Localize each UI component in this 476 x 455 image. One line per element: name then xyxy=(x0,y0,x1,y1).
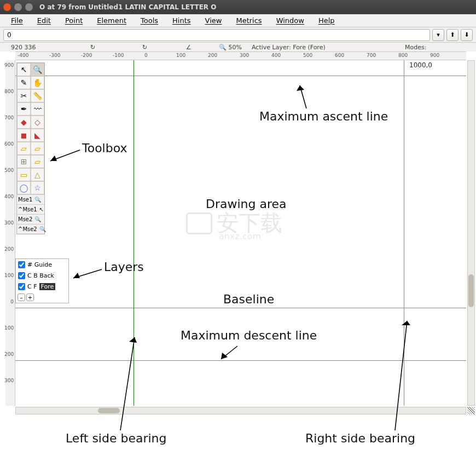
glyph-text-input[interactable] xyxy=(3,29,430,41)
rotate-tool-icon[interactable]: ▱ xyxy=(31,142,44,155)
ruler-tick: 400 xyxy=(271,53,281,58)
vertical-scrollbar[interactable] xyxy=(467,60,475,406)
wordlist-dropdown-button[interactable]: ▾ xyxy=(432,29,444,41)
glyph-text-row: ▾ ⬆ ⬇ xyxy=(0,27,476,43)
magnify-tool-icon[interactable]: 🔍 xyxy=(31,63,44,76)
hvcurve-point-icon[interactable]: ◇ xyxy=(31,116,44,129)
rect-tool-icon[interactable]: ▭ xyxy=(17,168,31,181)
menu-hints[interactable]: Hints xyxy=(166,15,198,26)
back-visible-checkbox[interactable] xyxy=(18,272,25,279)
ruler-tick: 200 xyxy=(208,53,217,58)
menubar: File Edit Point Element Tools Hints View… xyxy=(0,14,476,27)
ellipse-tool-icon[interactable]: ◯ xyxy=(17,181,31,194)
ruler-tick: 300 xyxy=(240,53,249,58)
mse2c-label: ^Mse2 🔍 xyxy=(17,224,44,234)
minimize-icon[interactable] xyxy=(14,3,22,11)
ruler-tick: -300 xyxy=(49,53,60,58)
zoom-level: 🔍 50% xyxy=(219,44,242,51)
right-side-bearing-line xyxy=(404,60,404,406)
menu-file[interactable]: File xyxy=(4,15,30,26)
ruler-tick: 100 xyxy=(176,53,185,58)
resize-grip-icon[interactable] xyxy=(467,407,475,414)
scroll-thumb[interactable] xyxy=(98,408,120,413)
drawing-canvas[interactable]: 1000,0 xyxy=(15,60,466,406)
modes-label: Modes: xyxy=(405,44,426,51)
descent-line xyxy=(15,360,466,361)
pen-tool-icon[interactable]: ✒ xyxy=(17,102,31,116)
ruler-tick: 700 xyxy=(367,53,376,58)
ruler-tick: 600 xyxy=(4,141,14,147)
flip-tool-icon[interactable]: ⊞ xyxy=(17,155,31,168)
toolbox: ↖ 🔍 ✎ ✋ ✂ 📏 ✒ 〰 ◆ ◇ ◼ ◣ ▱ ▱ ⊞ ▱ ▭ △ ◯ ☆ … xyxy=(16,62,45,234)
left-side-bearing-line xyxy=(133,60,134,406)
scale-tool-icon[interactable]: ▱ xyxy=(17,142,31,155)
scroll-thumb[interactable] xyxy=(468,274,474,307)
layer-back[interactable]: C B Back xyxy=(16,270,68,281)
baseline xyxy=(15,308,466,308)
wordlist-prev-button[interactable]: ⬆ xyxy=(446,29,458,41)
ruler-tick: 200 xyxy=(4,246,14,252)
menu-point[interactable]: Point xyxy=(59,15,89,26)
ruler-tick: -200 xyxy=(81,53,92,58)
ruler-tick: 500 xyxy=(4,168,14,173)
ruler-tick: 500 xyxy=(303,53,312,58)
maximize-icon[interactable] xyxy=(25,3,33,11)
ruler-tick: 900 xyxy=(430,53,439,58)
knife-tool-icon[interactable]: ✂ xyxy=(17,89,31,102)
ruler-tool-icon[interactable]: 📏 xyxy=(31,89,44,102)
rotate-indicator-icon: ↻ xyxy=(142,44,147,51)
angle-indicator-icon: ∠ xyxy=(186,44,191,51)
menu-tools[interactable]: Tools xyxy=(134,15,165,26)
layer-fore[interactable]: C F Fore xyxy=(16,281,68,292)
ruler-tick: 300 xyxy=(4,220,14,226)
ruler-tick: 700 xyxy=(4,115,14,120)
ruler-tick: 0 xyxy=(4,299,14,304)
ruler-tick: 600 xyxy=(335,53,344,58)
corner-point-icon[interactable]: ◼ xyxy=(17,129,31,142)
menu-edit[interactable]: Edit xyxy=(31,15,57,26)
ruler-tick: 800 xyxy=(4,89,14,94)
menu-view[interactable]: View xyxy=(199,15,229,26)
spiro-tool-icon[interactable]: 〰 xyxy=(31,102,44,116)
window-title: O at 79 from Untitled1 LATIN CAPITAL LET… xyxy=(39,3,216,11)
mse2-label: Mse2 🔍 xyxy=(17,214,44,224)
ruler-tick: 100 xyxy=(4,325,14,331)
active-layer-label: Active Layer: Fore (Fore) xyxy=(252,44,326,51)
mse1c-label: ^Mse1 ↖ xyxy=(17,204,44,214)
ruler-tick: 0 xyxy=(144,53,148,58)
layers-panel: # Guide C B Back C F Fore – + xyxy=(15,258,69,303)
ruler-tick: 200 xyxy=(4,352,14,357)
ruler-horizontal[interactable]: -400 -300 -200 -100 0 100 200 300 400 50… xyxy=(15,51,466,60)
ascent-line xyxy=(15,76,466,76)
skew-tool-icon[interactable]: ▱ xyxy=(31,155,44,168)
pointer-tool-icon[interactable]: ↖ xyxy=(17,63,31,76)
menu-window[interactable]: Window xyxy=(270,15,311,26)
ruler-vertical[interactable]: 900 800 700 600 500 400 300 200 100 0 10… xyxy=(5,60,15,406)
ruler-tick: 800 xyxy=(398,53,408,58)
fore-visible-checkbox[interactable] xyxy=(18,283,25,290)
rotate-indicator-icon: ↻ xyxy=(90,44,95,51)
menu-element[interactable]: Element xyxy=(90,15,133,26)
ruler-tick: -400 xyxy=(18,53,28,58)
add-layer-button[interactable]: + xyxy=(26,293,34,301)
window-titlebar: O at 79 from Untitled1 LATIN CAPITAL LET… xyxy=(0,0,476,14)
hand-tool-icon[interactable]: ✋ xyxy=(31,76,44,89)
horizontal-scrollbar[interactable] xyxy=(15,407,466,414)
ruler-tick: 900 xyxy=(4,62,14,68)
polygon-tool-icon[interactable]: △ xyxy=(31,168,44,181)
remove-layer-button[interactable]: – xyxy=(18,293,25,301)
menu-metrics[interactable]: Metrics xyxy=(229,15,268,26)
menu-help[interactable]: Help xyxy=(312,15,341,26)
close-icon[interactable] xyxy=(3,3,11,11)
mse1-label: Mse1 🔍 xyxy=(17,194,44,204)
guide-visible-checkbox[interactable] xyxy=(18,261,25,268)
info-bar: 920 336 ↻ ↻ ∠ 🔍 50% Active Layer: Fore (… xyxy=(0,43,476,51)
ruler-tick: 300 xyxy=(4,378,14,383)
star-tool-icon[interactable]: ☆ xyxy=(31,181,44,194)
wordlist-next-button[interactable]: ⬇ xyxy=(461,29,473,41)
freehand-tool-icon[interactable]: ✎ xyxy=(17,76,31,89)
tangent-point-icon[interactable]: ◣ xyxy=(31,129,44,142)
ruler-tick: -100 xyxy=(113,53,124,58)
curve-point-icon[interactable]: ◆ xyxy=(17,116,31,129)
layer-guide[interactable]: # Guide xyxy=(16,259,68,270)
